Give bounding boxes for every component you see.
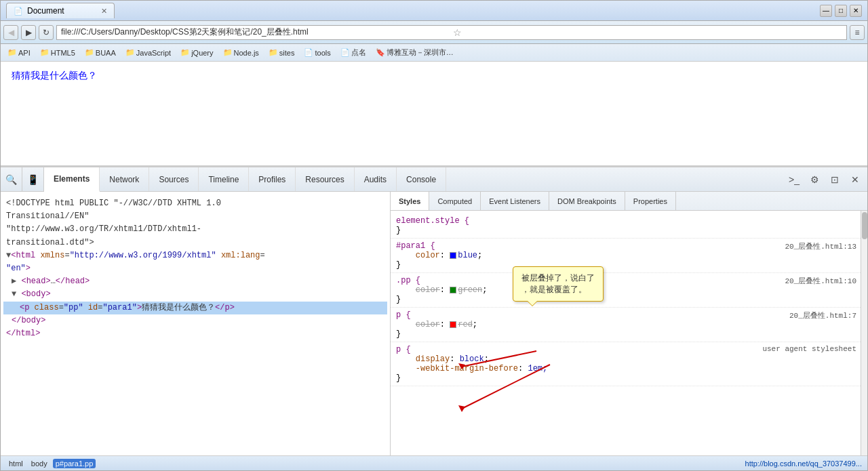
styles-tab-properties[interactable]: Properties bbox=[625, 192, 676, 210]
breadcrumb: html body p#para1.pp bbox=[6, 459, 743, 468]
file-icon: 📄 bbox=[340, 48, 350, 57]
style-close: } bbox=[396, 295, 862, 304]
bookmark-api[interactable]: 📁 API bbox=[3, 47, 35, 58]
tab-timeline[interactable]: Timeline bbox=[199, 167, 249, 191]
html-selected-line[interactable]: <p class="pp" id="para1">猜猜我是什么颜色？</p> bbox=[3, 302, 387, 314]
close-devtools-icon[interactable]: ✕ bbox=[846, 170, 865, 189]
tab-profiles[interactable]: Profiles bbox=[249, 167, 296, 191]
tooltip-bubble: 被层叠掉了，说白了 ，就是被覆盖了。 bbox=[513, 266, 604, 302]
bookmark-label: 博雅互动－深圳市… bbox=[387, 47, 454, 58]
tab-audits[interactable]: Audits bbox=[355, 167, 397, 191]
close-button[interactable]: ✕ bbox=[850, 5, 862, 17]
html-line: <!DOCTYPE html PUBLIC "-//W3C//DTD XHTML… bbox=[3, 197, 387, 210]
html-line: Transitional//EN" bbox=[3, 210, 387, 223]
bookmark-sites[interactable]: 📁 sites bbox=[264, 47, 299, 58]
tooltip-line2: ，就是被覆盖了。 bbox=[521, 284, 595, 295]
tab-sources[interactable]: Sources bbox=[149, 167, 199, 191]
style-block-element: element.style { } bbox=[391, 213, 867, 239]
style-source: user agent stylesheet bbox=[762, 345, 856, 353]
folder-icon: 📁 bbox=[85, 48, 94, 57]
styles-tab-styles[interactable]: Styles bbox=[391, 192, 429, 210]
folder-icon: 📁 bbox=[125, 48, 135, 57]
bookmark-tools[interactable]: 📄 tools bbox=[300, 47, 334, 58]
bookmark-label: API bbox=[18, 49, 31, 57]
bookmark-icon: 🔖 bbox=[376, 48, 385, 57]
bookmark-label: JavaScript bbox=[136, 49, 171, 57]
device-mode-icon[interactable]: 📱 bbox=[22, 167, 44, 191]
styles-tab-event-listeners[interactable]: Event Listeners bbox=[481, 192, 549, 210]
tab-close-button[interactable]: ✕ bbox=[101, 7, 107, 16]
tooltip-arrow-inner bbox=[528, 301, 537, 306]
back-button[interactable]: ◀ bbox=[3, 25, 18, 40]
devtools-right-controls: >_ ⚙ ⊡ ✕ bbox=[785, 167, 867, 191]
folder-icon: 📁 bbox=[269, 48, 278, 57]
tab-icon: 📄 bbox=[14, 7, 23, 16]
menu-button[interactable]: ≡ bbox=[850, 25, 865, 40]
bookmark-label: HTML5 bbox=[51, 49, 75, 57]
nav-bar: ◀ ▶ ↻ file:///C:/Users/Danny/Desktop/CSS… bbox=[1, 21, 867, 44]
html-line: transitional.dtd"> bbox=[3, 237, 387, 249]
reload-button[interactable]: ↻ bbox=[39, 25, 54, 40]
styles-tab-computed[interactable]: Computed bbox=[429, 192, 481, 210]
window-controls: — □ ✕ bbox=[820, 5, 862, 17]
bookmark-nodejs[interactable]: 📁 Node.js bbox=[219, 47, 263, 58]
breadcrumb-html[interactable]: html bbox=[6, 459, 26, 468]
status-url: http://blog.csdn.net/qq_37037499... bbox=[745, 459, 862, 468]
html-panel: <!DOCTYPE html PUBLIC "-//W3C//DTD XHTML… bbox=[1, 192, 391, 455]
styles-tabs: Styles Computed Event Listeners DOM Brea… bbox=[391, 192, 867, 211]
style-block-para1: #para1 { 20_层叠性.html:13 color: blue; } bbox=[391, 239, 867, 273]
folder-icon: 📁 bbox=[223, 48, 233, 57]
bookmark-label: BUAA bbox=[96, 49, 116, 57]
style-source[interactable]: 20_层叠性.html:13 bbox=[785, 241, 856, 251]
browser-main: 猜猜我是什么颜色？ 🔍 📱 Elements Network Sources T… bbox=[1, 62, 867, 470]
folder-icon: 📁 bbox=[40, 48, 50, 57]
style-source[interactable]: 20_层叠性.html:10 bbox=[785, 276, 856, 286]
html-line: "en"> bbox=[3, 262, 387, 275]
style-property: display: block; bbox=[396, 354, 862, 364]
toggle-icon[interactable]: ▼ bbox=[12, 289, 16, 299]
dock-icon[interactable]: ⊡ bbox=[825, 170, 844, 189]
style-block-p: p { 20_层叠性.html:7 color: red; } bbox=[391, 308, 867, 342]
bookmark-boya[interactable]: 🔖 博雅互动－深圳市… bbox=[372, 46, 458, 59]
bookmark-star[interactable]: ☆ bbox=[453, 27, 842, 38]
tab-network[interactable]: Network bbox=[100, 167, 149, 191]
page-content: 猜猜我是什么颜色？ bbox=[1, 62, 867, 167]
bookmark-label: tools bbox=[315, 49, 330, 57]
bookmark-label: 点名 bbox=[351, 47, 366, 58]
style-close: } bbox=[396, 373, 862, 383]
page-heading: 猜猜我是什么颜色？ bbox=[12, 70, 856, 82]
browser-window: 📄 Document ✕ — □ ✕ ◀ ▶ ↻ file:///C:/User… bbox=[0, 0, 868, 471]
styles-scrollbar[interactable] bbox=[861, 211, 867, 455]
bookmark-buaa[interactable]: 📁 BUAA bbox=[81, 47, 120, 58]
bookmarks-bar: 📁 API 📁 HTML5 📁 BUAA 📁 JavaScript 📁 jQue… bbox=[1, 44, 867, 62]
breadcrumb-body[interactable]: body bbox=[28, 459, 50, 468]
folder-icon: 📁 bbox=[7, 48, 17, 57]
tab-elements[interactable]: Elements bbox=[44, 167, 100, 192]
toggle-icon[interactable]: ▶ bbox=[12, 277, 16, 286]
minimize-button[interactable]: — bbox=[820, 5, 832, 17]
styles-tab-dom-breakpoints[interactable]: DOM Breakpoints bbox=[549, 192, 625, 210]
bookmark-html5[interactable]: 📁 HTML5 bbox=[36, 47, 79, 58]
scrollbar-thumb[interactable] bbox=[862, 212, 867, 239]
style-selector: element.style { bbox=[396, 216, 862, 226]
inspect-element-icon[interactable]: 🔍 bbox=[1, 167, 22, 191]
address-bar[interactable]: file:///C:/Users/Danny/Desktop/CSS第2天案例和… bbox=[56, 25, 847, 40]
bookmark-jquery[interactable]: 📁 jQuery bbox=[176, 47, 217, 58]
folder-icon: 📁 bbox=[180, 48, 190, 57]
style-property: color: blue; bbox=[396, 251, 862, 260]
tab-console[interactable]: Console bbox=[397, 167, 446, 191]
bookmark-name[interactable]: 📄 点名 bbox=[336, 46, 370, 59]
bookmark-label: Node.js bbox=[234, 49, 259, 57]
status-bar: html body p#para1.pp http://blog.csdn.ne… bbox=[1, 455, 867, 470]
styles-panel: Styles Computed Event Listeners DOM Brea… bbox=[391, 192, 867, 455]
forward-button[interactable]: ▶ bbox=[21, 25, 36, 40]
style-source[interactable]: 20_层叠性.html:7 bbox=[789, 310, 856, 321]
bookmark-javascript[interactable]: 📁 JavaScript bbox=[121, 47, 175, 58]
html-line: ▶ <head>…</head> bbox=[3, 275, 387, 288]
breadcrumb-para1[interactable]: p#para1.pp bbox=[53, 459, 96, 468]
settings-icon[interactable]: ⚙ bbox=[805, 170, 824, 189]
browser-tab[interactable]: 📄 Document ✕ bbox=[6, 3, 115, 18]
maximize-button[interactable]: □ bbox=[835, 5, 847, 17]
tab-resources[interactable]: Resources bbox=[296, 167, 354, 191]
console-drawer-icon[interactable]: >_ bbox=[785, 170, 804, 189]
